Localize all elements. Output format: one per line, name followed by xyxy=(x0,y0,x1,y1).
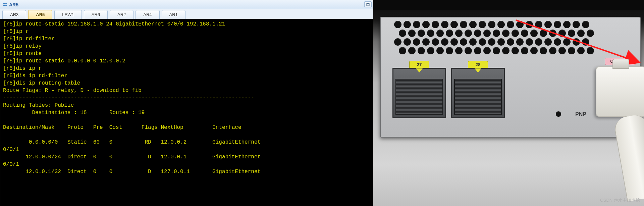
tab-label: AR5 xyxy=(36,12,45,17)
title-bar[interactable]: AR5 xyxy=(0,0,373,9)
simulator-window: AR5 AR3 AR5 LSW1 AR6 AR2 AR4 AR1 [r5]ip … xyxy=(0,0,373,206)
console-cable-cord xyxy=(613,113,644,202)
tab-ar1[interactable]: AR1 xyxy=(162,10,185,19)
rack-top-edge xyxy=(373,0,644,10)
pnp-button xyxy=(556,111,561,117)
tab-ar2[interactable]: AR2 xyxy=(110,10,133,19)
tab-ar4[interactable]: AR4 xyxy=(136,10,159,19)
window-title: AR5 xyxy=(9,2,18,7)
app-logo-icon xyxy=(2,2,8,7)
cli-terminal[interactable]: [r5]ip route-static 192.168.1.0 24 Gigab… xyxy=(0,19,373,206)
sfp-port-28: 28 xyxy=(451,68,505,118)
router-photo: 27 28 PNP CONSOLE CSDN @水中加点糖 xyxy=(373,0,644,206)
pnp-label: PNP xyxy=(575,111,586,117)
sfp-port-27: 27 xyxy=(392,68,446,118)
port-label-27: 27 xyxy=(409,61,429,68)
sfp-cage xyxy=(454,79,502,115)
svg-rect-1 xyxy=(367,3,369,4)
device-tab-bar: AR3 AR5 LSW1 AR6 AR2 AR4 AR1 xyxy=(0,9,373,19)
console-cable-plug xyxy=(596,66,644,117)
tab-label: AR3 xyxy=(10,12,18,17)
chevron-down-icon xyxy=(416,68,423,72)
tab-ar6[interactable]: AR6 xyxy=(84,10,108,19)
rj45-clip xyxy=(612,59,629,69)
chevron-down-icon xyxy=(475,68,481,72)
sfp-cage xyxy=(395,79,443,115)
tab-label: LSW1 xyxy=(62,12,74,17)
vent-grille xyxy=(394,21,609,54)
options-button[interactable] xyxy=(364,1,372,7)
watermark-text: CSDN @水中加点糖 xyxy=(600,197,640,203)
tab-label: AR4 xyxy=(143,12,152,17)
tab-ar3[interactable]: AR3 xyxy=(2,10,26,19)
tab-ar5[interactable]: AR5 xyxy=(28,10,52,19)
tab-label: AR2 xyxy=(117,12,126,17)
tab-label: AR1 xyxy=(169,12,178,17)
tab-lsw1[interactable]: LSW1 xyxy=(54,10,82,19)
port-label-28: 28 xyxy=(468,61,488,68)
tab-label: AR6 xyxy=(92,12,100,17)
